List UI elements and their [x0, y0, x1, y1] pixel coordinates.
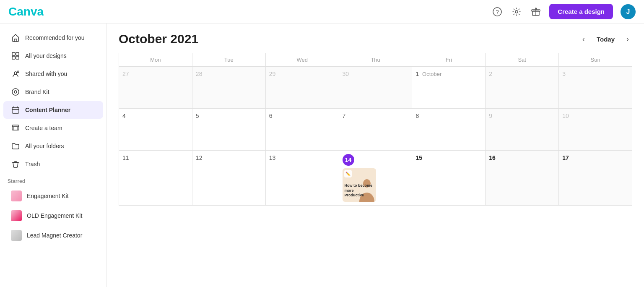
sidebar-item-brand-kit[interactable]: Brand Kit	[3, 83, 103, 101]
day-number: 29	[269, 70, 276, 77]
event-card[interactable]: ✏️ How to become more Productive	[343, 168, 376, 202]
cal-cell-oct3[interactable]: 3	[559, 67, 632, 109]
sidebar-item-shared[interactable]: Shared with you	[3, 65, 103, 83]
sidebar: Recommended for you All your designs Sha…	[0, 23, 107, 287]
calendar-icon	[11, 105, 20, 115]
engagement-kit-thumb	[11, 190, 22, 201]
settings-icon[interactable]	[511, 6, 522, 18]
main-content: October 2021 ‹ Today › Mon Tue Wed Thu F…	[107, 23, 644, 287]
create-design-button[interactable]: Create a design	[549, 4, 613, 19]
day-number: 4	[122, 112, 126, 119]
sidebar-item-all-folders[interactable]: All your folders	[3, 137, 103, 155]
event-card-inner: ✏️ How to become more Productive	[343, 168, 376, 202]
day-header-sat: Sat	[486, 53, 559, 67]
sidebar-item-engagement-kit[interactable]: Engagement Kit	[3, 186, 103, 206]
day-header-thu: Thu	[339, 53, 413, 67]
team-icon	[11, 123, 20, 133]
cal-cell-oct8[interactable]: 8	[412, 109, 486, 151]
cal-cell-oct11[interactable]: 11	[119, 151, 192, 206]
sidebar-item-label: Create a team	[25, 125, 62, 131]
gift-icon[interactable]	[530, 6, 542, 18]
svg-point-2	[515, 10, 518, 13]
today-button[interactable]: Today	[593, 34, 618, 44]
sidebar-item-recommended[interactable]: Recommended for you	[3, 29, 103, 47]
calendar-nav: ‹ Today ›	[579, 33, 632, 45]
sidebar-item-trash[interactable]: Trash	[3, 155, 103, 173]
month-label: October	[422, 71, 441, 77]
svg-point-12	[14, 91, 17, 93]
sidebar-item-all-designs[interactable]: All your designs	[3, 47, 103, 65]
main-layout: Recommended for you All your designs Sha…	[0, 23, 644, 287]
cal-cell-oct12[interactable]: 12	[192, 151, 266, 206]
cal-cell-oct15[interactable]: 15	[412, 151, 486, 206]
day-number: 7	[343, 112, 346, 119]
sidebar-item-old-engagement-kit[interactable]: OLD Engagement Kit	[3, 206, 103, 225]
cal-cell-oct6[interactable]: 6	[266, 109, 339, 151]
svg-rect-13	[12, 107, 19, 113]
svg-rect-7	[12, 56, 15, 59]
day-number: 11	[122, 154, 129, 161]
svg-rect-14	[12, 125, 19, 130]
header-right: ? Create a design J	[491, 4, 636, 19]
day-number: 2	[489, 70, 492, 77]
home-icon	[11, 33, 20, 42]
sidebar-item-label: Content Planner	[25, 107, 70, 113]
folder-icon	[11, 141, 20, 151]
sidebar-item-create-team[interactable]: Create a team	[3, 119, 103, 137]
cal-cell-oct2[interactable]: 2	[486, 67, 559, 109]
day-number: 9	[489, 112, 492, 119]
cal-cell-sep30[interactable]: 30	[339, 67, 413, 109]
day-number: 8	[415, 112, 419, 119]
sidebar-item-label: Lead Magnet Creator	[27, 232, 82, 239]
prev-month-button[interactable]: ‹	[579, 33, 588, 45]
sidebar-item-label: Engagement Kit	[27, 193, 69, 199]
help-icon[interactable]: ?	[491, 6, 503, 18]
day-number: 3	[562, 70, 566, 77]
cal-cell-oct16[interactable]: 16	[486, 151, 559, 206]
calendar-header: October 2021 ‹ Today ›	[119, 32, 632, 46]
canva-logo[interactable]: Canva	[8, 5, 44, 18]
header-left: Canva	[8, 5, 44, 18]
day-number: 15	[415, 154, 422, 161]
svg-point-9	[14, 72, 17, 74]
sidebar-item-label: All your folders	[25, 143, 64, 149]
today-number: 14	[343, 154, 354, 166]
svg-rect-6	[16, 52, 19, 55]
sidebar-item-lead-magnet[interactable]: Lead Magnet Creator	[3, 226, 103, 245]
cal-cell-oct13[interactable]: 13	[266, 151, 339, 206]
next-month-button[interactable]: ›	[623, 33, 632, 45]
sidebar-item-content-planner[interactable]: Content Planner	[3, 101, 103, 119]
cal-cell-oct4[interactable]: 4	[119, 109, 192, 151]
day-header-mon: Mon	[119, 53, 192, 67]
day-number: 13	[269, 154, 276, 161]
sidebar-item-label: Recommended for you	[25, 34, 85, 41]
day-number: 6	[269, 112, 273, 119]
day-header-tue: Tue	[192, 53, 266, 67]
cal-cell-sep28[interactable]: 28	[192, 67, 266, 109]
cal-cell-oct1[interactable]: 1 October	[412, 67, 486, 109]
sidebar-item-label: Trash	[25, 161, 40, 167]
day-number: 28	[196, 70, 203, 77]
cal-cell-sep29[interactable]: 29	[266, 67, 339, 109]
avatar[interactable]: J	[621, 4, 636, 19]
starred-section-label: Starred	[0, 173, 106, 186]
sidebar-item-label: Shared with you	[25, 70, 67, 77]
edit-icon: ✏️	[344, 170, 352, 177]
cal-cell-sep27[interactable]: 27	[119, 67, 192, 109]
cal-cell-oct10[interactable]: 10	[559, 109, 632, 151]
share-icon	[11, 69, 20, 78]
sidebar-item-label: OLD Engagement Kit	[27, 212, 82, 219]
day-header-fri: Fri	[412, 53, 486, 67]
cal-cell-oct5[interactable]: 5	[192, 109, 266, 151]
svg-rect-5	[12, 52, 15, 55]
trash-icon	[11, 159, 20, 169]
day-number: 1 October	[415, 70, 441, 77]
svg-text:?: ?	[496, 9, 499, 15]
event-title: How to become more Productive	[345, 183, 374, 198]
cal-cell-oct9[interactable]: 9	[486, 109, 559, 151]
cal-cell-oct14[interactable]: 14 ✏️ How to become more Prod	[339, 151, 413, 206]
cal-cell-oct7[interactable]: 7	[339, 109, 413, 151]
day-number: 5	[196, 112, 199, 119]
lead-magnet-thumb	[11, 230, 22, 241]
cal-cell-oct17[interactable]: 17	[559, 151, 632, 206]
